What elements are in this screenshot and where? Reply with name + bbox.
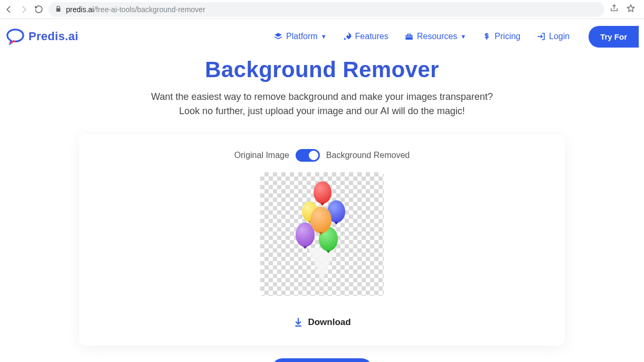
nav-label: Platform xyxy=(286,32,318,41)
image-preview xyxy=(260,172,384,296)
toggle-label-original: Original Image xyxy=(234,151,289,160)
star-icon[interactable] xyxy=(626,4,636,15)
chevron-down-icon: ▼ xyxy=(460,33,466,40)
page-title: Background Remover xyxy=(0,57,644,82)
rocket-icon xyxy=(343,32,352,41)
hero-section: Background Remover Want the easiest way … xyxy=(0,57,644,118)
nav-login[interactable]: Login xyxy=(536,32,570,41)
nav-label: Features xyxy=(355,32,389,41)
svg-rect-1 xyxy=(296,326,302,327)
page-subtitle: Want the easiest way to remove backgroun… xyxy=(0,90,644,118)
back-button[interactable] xyxy=(4,5,14,14)
share-icon[interactable] xyxy=(610,4,619,15)
download-button[interactable]: Download xyxy=(293,317,351,328)
upload-image-button[interactable]: Upload Image xyxy=(272,358,372,362)
brand-name: Predis.ai xyxy=(29,30,78,43)
dollar-icon xyxy=(482,32,491,41)
nav-label: Login xyxy=(549,32,570,41)
address-bar[interactable]: predis.ai/free-ai-tools/background-remov… xyxy=(49,2,604,17)
login-icon xyxy=(536,32,546,41)
reload-button[interactable] xyxy=(34,5,43,14)
url-text: predis.ai/free-ai-tools/background-remov… xyxy=(66,5,598,14)
logo-icon xyxy=(5,27,25,45)
nav-label: Pricing xyxy=(495,32,520,41)
result-card: Original Image Background Removed Downlo… xyxy=(79,134,565,346)
site-header: Predis.ai Platform ▼ Features Resources … xyxy=(0,19,644,54)
lock-icon xyxy=(55,5,62,14)
nav-features[interactable]: Features xyxy=(343,32,389,41)
browser-chrome: predis.ai/free-ai-tools/background-remov… xyxy=(0,0,644,19)
svg-point-0 xyxy=(348,35,349,36)
toggle-label-removed: Background Removed xyxy=(326,151,410,160)
toolbox-icon xyxy=(404,32,414,41)
download-label: Download xyxy=(308,317,351,328)
nav-pricing[interactable]: Pricing xyxy=(482,32,520,41)
nav-label: Resources xyxy=(417,32,457,41)
layers-icon xyxy=(273,32,283,41)
chevron-down-icon: ▼ xyxy=(321,33,327,40)
balloons-illustration xyxy=(290,181,354,287)
image-mode-toggle[interactable] xyxy=(296,149,320,162)
brand-logo[interactable]: Predis.ai xyxy=(5,27,78,45)
forward-button[interactable] xyxy=(19,5,29,14)
nav-resources[interactable]: Resources ▼ xyxy=(404,32,466,41)
download-icon xyxy=(293,317,304,328)
main-nav: Platform ▼ Features Resources ▼ Pricing xyxy=(273,26,639,48)
try-for-free-button[interactable]: Try For xyxy=(589,26,639,48)
toggle-row: Original Image Background Removed xyxy=(90,149,554,162)
nav-platform[interactable]: Platform ▼ xyxy=(273,32,326,41)
